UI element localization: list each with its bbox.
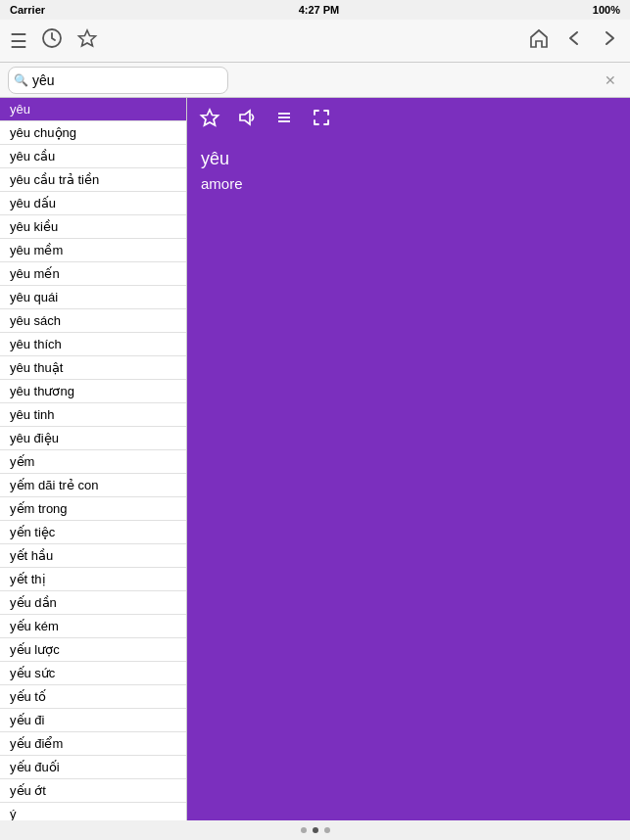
list-item[interactable]: yêu mến: [0, 262, 186, 286]
list-item[interactable]: yêu mềm: [0, 239, 186, 262]
favorites-icon[interactable]: [76, 27, 98, 54]
list-item[interactable]: yếm dãi trẻ con: [0, 474, 186, 497]
detail-list-icon[interactable]: [273, 107, 295, 133]
nav-bar: ☰: [0, 20, 630, 63]
list-item[interactable]: yêu: [0, 98, 186, 121]
menu-icon[interactable]: ☰: [10, 29, 27, 53]
main-content: yêuyêu chuộngyêu cầuyêu cầu trả tiềnyêu …: [0, 98, 630, 820]
detail-content: yêu amore: [187, 141, 630, 820]
nav-left-icons: ☰: [10, 27, 98, 54]
list-item[interactable]: yếu điểm: [0, 732, 186, 756]
list-item[interactable]: yêu tinh: [0, 403, 186, 427]
carrier-label: Carrier: [10, 4, 45, 16]
list-item[interactable]: yêu thuật: [0, 356, 186, 380]
list-item[interactable]: yêu cầu: [0, 145, 186, 168]
list-item[interactable]: ý: [0, 803, 186, 820]
list-item[interactable]: yêu thương: [0, 380, 186, 403]
detail-panel: yêu amore: [187, 98, 630, 820]
forward-icon[interactable]: [599, 27, 620, 54]
back-icon[interactable]: [563, 27, 585, 54]
svg-marker-3: [240, 111, 250, 124]
list-item[interactable]: yến tiệc: [0, 521, 186, 544]
battery-label: 100%: [593, 4, 620, 16]
svg-marker-1: [79, 30, 96, 46]
detail-speaker-icon[interactable]: [236, 107, 258, 133]
list-item[interactable]: yêu dấu: [0, 192, 186, 215]
list-item[interactable]: yếu ớt: [0, 779, 186, 803]
list-item[interactable]: yết thị: [0, 568, 186, 591]
search-input[interactable]: [8, 67, 228, 94]
search-clear-icon[interactable]: ✕: [605, 72, 616, 88]
history-icon[interactable]: [41, 27, 63, 54]
detail-word: yêu: [201, 149, 616, 169]
list-item[interactable]: yêu cầu trả tiền: [0, 168, 186, 192]
list-item[interactable]: yếu kém: [0, 615, 186, 638]
list-item[interactable]: yếu tố: [0, 685, 186, 709]
search-wrap: 🔍 ✕: [8, 67, 622, 94]
time-label: 4:27 PM: [299, 4, 340, 16]
detail-favorite-icon[interactable]: [199, 107, 220, 133]
page-dot-3: [324, 827, 330, 833]
list-item[interactable]: yếu đuối: [0, 756, 186, 779]
list-item[interactable]: yêu kiều: [0, 215, 186, 239]
detail-translation: amore: [201, 175, 616, 192]
list-item[interactable]: yêu điệu: [0, 427, 186, 450]
list-item[interactable]: yếu dần: [0, 591, 186, 615]
list-item[interactable]: yếu đi: [0, 709, 186, 732]
page-dot-2: [313, 827, 318, 833]
bottom-bar: [0, 820, 630, 840]
list-item[interactable]: yêu sách: [0, 309, 186, 333]
search-bar: 🔍 ✕: [0, 63, 630, 98]
page-dot-1: [301, 827, 307, 833]
svg-marker-2: [202, 110, 218, 125]
list-item[interactable]: yêu chuộng: [0, 121, 186, 145]
detail-expand-icon[interactable]: [311, 107, 332, 133]
status-bar: Carrier 4:27 PM 100%: [0, 0, 630, 20]
home-icon[interactable]: [528, 27, 550, 54]
list-item[interactable]: yết hầu: [0, 544, 186, 568]
list-item[interactable]: yếm: [0, 450, 186, 474]
search-icon: 🔍: [14, 73, 28, 87]
list-item[interactable]: yếu lược: [0, 638, 186, 662]
list-item[interactable]: yêu quái: [0, 286, 186, 309]
list-item[interactable]: yêu thích: [0, 333, 186, 356]
nav-right-icons: [528, 27, 620, 54]
detail-toolbar: [187, 98, 630, 141]
word-list: yêuyêu chuộngyêu cầuyêu cầu trả tiềnyêu …: [0, 98, 187, 820]
list-item[interactable]: yếm trong: [0, 497, 186, 521]
list-item[interactable]: yếu sức: [0, 662, 186, 685]
